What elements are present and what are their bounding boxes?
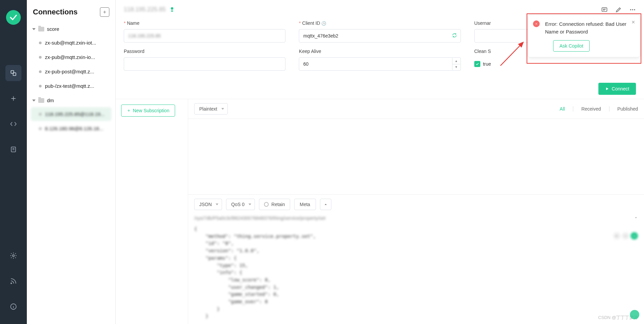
payload-format-select[interactable]: JSON: [194, 199, 222, 210]
nav-add-icon[interactable]: [5, 90, 21, 107]
error-toast: Error: Connection refused: Bad User Name…: [528, 15, 640, 57]
floating-action-button[interactable]: [630, 310, 639, 319]
keepalive-input[interactable]: 60 ▲▼: [299, 57, 461, 71]
tree-item[interactable]: 118.195.225.85@118.19...: [31, 107, 111, 121]
tree-group-label: score: [47, 26, 59, 32]
refresh-clientid-icon[interactable]: [452, 33, 457, 39]
nav-log-icon[interactable]: [5, 141, 21, 157]
retain-toggle[interactable]: Retain: [259, 199, 290, 210]
nav-connections-icon[interactable]: [5, 65, 21, 81]
clientid-input[interactable]: mqttx_476e3eb2: [299, 29, 461, 43]
error-icon: [533, 20, 540, 27]
connections-tree: score zx-sub@mqtt.zxin-iot... zx-pub@mqt…: [27, 23, 115, 137]
tree-group-score[interactable]: score: [29, 23, 113, 35]
stepper-up[interactable]: ▲: [452, 58, 460, 64]
more-icon[interactable]: [629, 6, 636, 13]
meta-button[interactable]: Meta: [294, 199, 316, 210]
tree-item[interactable]: 8.126.180.96@8.126.18...: [31, 122, 111, 135]
connections-panel: Connections score zx-sub@mqtt.zxin-iot..…: [27, 0, 116, 324]
tree-item[interactable]: zx-pub@mqtt.zxin-io...: [31, 50, 111, 64]
keepalive-label: Keep Alive: [299, 49, 321, 54]
stepper-down[interactable]: ▼: [452, 64, 460, 70]
nav-scripts-icon[interactable]: [5, 116, 21, 132]
connection-host-title: 118.195.225.85: [124, 6, 166, 13]
connect-button[interactable]: Connect: [598, 83, 636, 95]
history-next-icon[interactable]: →: [631, 232, 638, 240]
add-connection-button[interactable]: [100, 7, 109, 17]
svg-point-4: [11, 283, 12, 284]
folder-icon: [38, 27, 44, 31]
collapse-publish-button[interactable]: [320, 199, 331, 210]
tree-group-label: dm: [47, 98, 54, 103]
qos-select[interactable]: QoS 0: [226, 199, 255, 210]
svg-point-8: [632, 9, 633, 10]
password-label: Password: [124, 49, 144, 54]
messages-icon[interactable]: [601, 6, 608, 13]
new-subscription-button[interactable]: New Subscription: [121, 105, 175, 117]
app-logo: [6, 10, 21, 25]
history-prev-icon[interactable]: ←: [613, 232, 621, 240]
online-status-icon: [169, 7, 175, 13]
tree-item[interactable]: pub-/zx-test@mqtt.z...: [31, 79, 111, 93]
nav-feed-icon[interactable]: [5, 273, 21, 289]
close-toast-button[interactable]: [631, 20, 636, 25]
message-list: [188, 119, 644, 194]
svg-point-9: [634, 9, 635, 10]
history-mid-icon[interactable]: –: [622, 232, 629, 240]
password-input[interactable]: [124, 57, 285, 71]
payload-editor[interactable]: { "method": "thing.service.property.set"…: [188, 224, 644, 324]
filter-received[interactable]: Received: [581, 106, 601, 112]
username-label: Usernar: [474, 20, 491, 26]
name-label: Name: [127, 20, 139, 26]
svg-point-3: [12, 255, 14, 257]
topic-input[interactable]: /sys/7db/P5a0c3cf862430076848376/thing/s…: [194, 214, 634, 222]
clientid-label: Client ID: [302, 20, 320, 26]
main-area: 118.195.225.85 *Name 118.195.225.85 *Cli…: [116, 0, 644, 324]
tree-group-dm[interactable]: dm: [29, 94, 113, 107]
filter-published[interactable]: Published: [618, 106, 638, 112]
svg-rect-6: [602, 8, 607, 11]
nav-rail: [0, 0, 27, 324]
connections-title: Connections: [33, 8, 77, 16]
nav-settings-icon[interactable]: [5, 248, 21, 264]
cleansession-checkbox[interactable]: [474, 61, 480, 67]
ask-copilot-button[interactable]: Ask Copilot: [553, 40, 590, 52]
error-message: Error: Connection refused: Bad User Name…: [545, 20, 634, 36]
tree-item[interactable]: zx-pub-post@mqtt.z...: [31, 65, 111, 78]
name-input[interactable]: 118.195.225.85: [124, 29, 285, 43]
folder-icon: [38, 98, 44, 103]
edit-icon[interactable]: [615, 6, 622, 13]
cleansession-label: Clean S: [474, 49, 491, 54]
filter-all[interactable]: All: [560, 106, 565, 112]
cleansession-value: true: [483, 61, 491, 67]
svg-point-7: [630, 9, 631, 10]
tree-item[interactable]: zx-sub@mqtt.zxin-iot...: [31, 36, 111, 50]
nav-info-icon[interactable]: [5, 299, 21, 315]
message-format-select[interactable]: Plaintext: [194, 103, 228, 115]
topic-dropdown-icon[interactable]: [634, 215, 638, 221]
